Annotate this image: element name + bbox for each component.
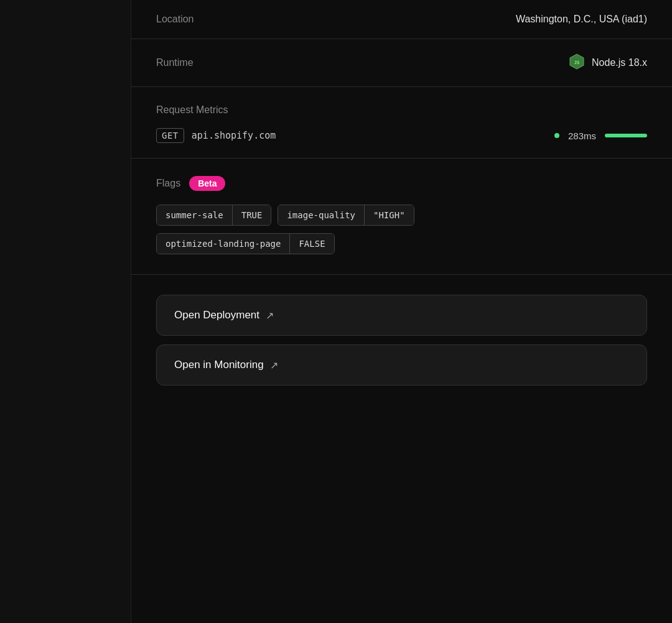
flag-key-optimized-landing-page: optimized-landing-page bbox=[157, 234, 289, 254]
flags-grid: summer-sale TRUE image-quality "HIGH" op… bbox=[156, 205, 647, 254]
flags-title: Flags bbox=[156, 178, 180, 189]
open-deployment-button[interactable]: Open Deployment ↗ bbox=[156, 295, 647, 336]
request-left: GET api.shopify.com bbox=[156, 128, 276, 143]
open-deployment-label: Open Deployment bbox=[174, 309, 259, 321]
external-link-icon-deployment: ↗ bbox=[266, 310, 274, 321]
flag-key-image-quality: image-quality bbox=[278, 205, 364, 225]
flag-key-summer-sale: summer-sale bbox=[157, 205, 232, 225]
flag-item-optimized-landing-page: optimized-landing-page FALSE bbox=[156, 233, 335, 254]
request-row: GET api.shopify.com 283ms bbox=[156, 128, 647, 143]
flag-value-image-quality: "HIGH" bbox=[364, 205, 414, 225]
svg-text:JS: JS bbox=[574, 60, 579, 65]
flags-section: Flags Beta summer-sale TRUE image-qualit… bbox=[131, 159, 672, 275]
beta-badge: Beta bbox=[189, 176, 225, 191]
main-content: Location Washington, D.C., USA (iad1) Ru… bbox=[131, 0, 672, 623]
runtime-version: Node.js 18.x bbox=[592, 57, 647, 68]
flags-row-1: summer-sale TRUE image-quality "HIGH" bbox=[156, 205, 647, 226]
open-monitoring-label: Open in Monitoring bbox=[174, 359, 264, 371]
open-monitoring-button[interactable]: Open in Monitoring ↗ bbox=[156, 344, 647, 385]
buttons-section: Open Deployment ↗ Open in Monitoring ↗ bbox=[131, 275, 672, 405]
flags-row-2: optimized-landing-page FALSE bbox=[156, 233, 647, 254]
flags-header: Flags Beta bbox=[156, 176, 647, 191]
request-metrics-section: Request Metrics GET api.shopify.com 283m… bbox=[131, 87, 672, 159]
nodejs-hexagon-icon: JS bbox=[568, 53, 586, 73]
flag-item-summer-sale: summer-sale TRUE bbox=[156, 205, 271, 226]
runtime-label: Runtime bbox=[156, 57, 194, 68]
request-url: api.shopify.com bbox=[192, 130, 276, 141]
external-link-icon-monitoring: ↗ bbox=[270, 359, 278, 371]
status-dot-icon bbox=[554, 133, 559, 138]
runtime-row: Runtime JS Node.js 18.x bbox=[131, 39, 672, 87]
flag-item-image-quality: image-quality "HIGH" bbox=[278, 205, 414, 226]
request-metrics-title: Request Metrics bbox=[156, 104, 647, 116]
latency-value: 283ms bbox=[568, 131, 596, 141]
sidebar bbox=[0, 0, 131, 623]
http-method-badge: GET bbox=[156, 128, 184, 143]
request-right: 283ms bbox=[554, 131, 647, 141]
flag-value-summer-sale: TRUE bbox=[232, 205, 271, 225]
location-label: Location bbox=[156, 14, 194, 25]
location-value: Washington, D.C., USA (iad1) bbox=[516, 14, 647, 25]
runtime-value: JS Node.js 18.x bbox=[568, 53, 647, 73]
location-row: Location Washington, D.C., USA (iad1) bbox=[131, 0, 672, 39]
latency-bar bbox=[605, 134, 647, 137]
flag-value-optimized-landing-page: FALSE bbox=[289, 234, 334, 254]
